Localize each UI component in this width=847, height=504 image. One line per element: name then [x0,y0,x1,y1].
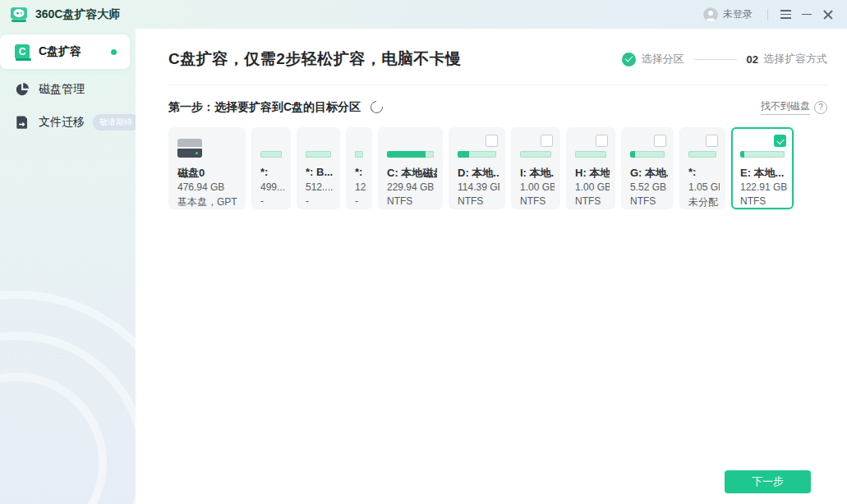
header-divider [168,85,827,85]
usage-bar [355,151,363,158]
avatar-icon[interactable] [703,7,718,22]
missing-disk-link[interactable]: 找不到磁盘 [761,99,810,115]
partition-card[interactable]: *: B...512....- [297,127,340,209]
usage-bar [520,151,551,158]
partition-checkbox-checked[interactable] [774,135,786,147]
usage-bar [575,151,606,158]
partition-checkbox[interactable] [486,135,498,147]
partition-card[interactable]: *:499....- [251,127,291,209]
partition-card[interactable]: E: 本地...122.91 GBNTFS [731,127,794,209]
partition-name: *: B... [306,166,334,178]
partition-filesystem: - [260,195,285,207]
partition-filesystem: NTFS [458,195,499,207]
partition-filesystem: NTFS [520,195,555,207]
partition-name: G: 本地... [630,166,668,181]
sidebar-item-label: 磁盘管理 [39,82,85,97]
login-status[interactable]: 未登录 [723,7,753,21]
partition-filesystem: - [355,195,366,207]
hdd-icon [177,139,202,158]
partition-filesystem: NTFS [387,195,437,207]
partition-card[interactable]: *:1.05 GB未分配 [679,127,725,209]
active-dot [111,49,117,55]
partition-checkbox[interactable] [654,135,666,147]
partition-filesystem: NTFS [575,195,610,207]
usage-bar [740,151,785,158]
partition-name: *: [355,166,366,178]
partition-size: 229.94 GB [387,181,437,193]
page-title: C盘扩容，仅需2步轻松扩容，电脑不卡慢 [168,48,462,70]
partition-size: 1.00 GB [575,181,610,193]
partition-checkbox[interactable] [596,135,608,147]
usage-bar [458,151,496,158]
step-connector [694,59,737,60]
partition-checkbox[interactable] [706,135,718,147]
help-icon[interactable]: ? [814,101,827,114]
partition-name: D: 本地... [458,166,499,181]
partition-name: C: 本地磁盘 [387,166,437,181]
partition-card[interactable]: H: 本地...1.00 GBNTFS [566,127,615,209]
coming-soon-badge: 敬请期待 [93,114,136,131]
partition-size: 12... [355,181,366,193]
sidebar-item-disk-management[interactable]: 磁盘管理 [0,76,136,103]
main-panel: C盘扩容，仅需2步轻松扩容，电脑不卡慢 选择分区 02 选择扩容方式 第一步：选… [136,29,847,504]
partition-card[interactable]: C: 本地磁盘229.94 GBNTFS [378,127,443,209]
partition-size: 1.00 GB [520,181,555,193]
file-migrate-icon [15,115,30,130]
partition-size: 5.52 GB [630,181,668,193]
pie-chart-icon [15,82,30,97]
minimize-icon[interactable] [796,4,817,25]
sidebar-item-file-migration[interactable]: 文件迁移 敬请期待 [0,108,136,136]
usage-bar [387,151,434,158]
partition-name: *: [260,166,285,178]
step1-label: 选择分区 [642,52,684,66]
step-heading: 第一步：选择要扩容到C盘的目标分区 [168,100,383,115]
sidebar-item-c-drive-expand[interactable]: C C盘扩容 [0,34,130,69]
partition-size: 122.91 GB [740,181,788,193]
close-icon[interactable] [817,4,839,25]
partition-name: 磁盘0 [177,166,240,181]
missing-disk[interactable]: 找不到磁盘 ? [761,99,827,115]
refresh-icon[interactable] [368,99,385,116]
partition-name: H: 本地... [575,166,610,181]
sidebar-decoration [0,291,136,504]
partition-filesystem: NTFS [740,195,788,207]
partition-filesystem: 未分配 [688,195,720,209]
partition-card[interactable]: G: 本地...5.52 GBNTFS [621,127,674,209]
app-title: 360C盘扩容大师 [35,7,120,22]
partition-card[interactable]: D: 本地...114.39 GBNTFS [449,127,505,209]
partition-size: 476.94 GB [177,181,240,193]
sidebar-item-label: C盘扩容 [39,44,81,59]
disk-card[interactable]: 磁盘0476.94 GB基本盘，GPT [168,127,246,209]
sidebar: C C盘扩容 磁盘管理 文件迁移 敬请期待 [0,29,136,504]
step-indicator: 选择分区 02 选择扩容方式 [622,52,827,66]
step2-label: 选择扩容方式 [763,52,827,66]
partition-name: I: 本地... [520,166,555,181]
c-drive-icon: C [15,44,30,59]
partition-size: 499.... [260,181,285,193]
titlebar-divider [767,9,768,21]
partition-size: 512.... [306,181,334,193]
step2-number: 02 [747,53,758,66]
partition-size: 114.39 GB [458,181,499,193]
usage-bar [260,151,282,158]
partition-card[interactable]: *:12...- [346,127,372,209]
partition-filesystem: NTFS [630,195,668,207]
partition-card[interactable]: I: 本地...1.00 GBNTFS [511,127,560,209]
app-logo-icon [10,7,28,23]
partition-name: E: 本地... [740,166,788,181]
titlebar: 360C盘扩容大师 未登录 [0,0,847,29]
menu-icon[interactable] [775,4,796,25]
partition-cards: 磁盘0476.94 GB基本盘，GPT*:499....-*: B...512.… [168,127,827,209]
sidebar-item-label: 文件迁移 [39,115,85,130]
partition-size: 1.05 GB [688,181,720,193]
partition-filesystem: - [306,195,334,207]
partition-filesystem: 基本盘，GPT [177,195,240,209]
partition-name: *: [688,166,720,178]
usage-bar [306,151,331,158]
step1-check-icon [622,53,636,66]
usage-bar [630,151,665,158]
usage-bar [688,151,716,158]
partition-checkbox[interactable] [541,135,553,147]
next-step-button[interactable]: 下一步 [725,470,811,493]
